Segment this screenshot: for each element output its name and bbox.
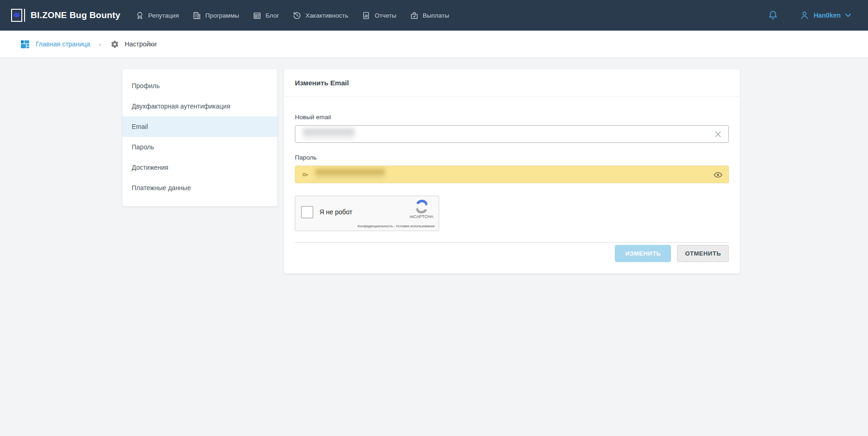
- newspaper-icon: [253, 11, 262, 20]
- chevron-down-icon: [845, 13, 851, 18]
- recaptcha-logo-icon: [408, 199, 434, 214]
- panel-body: Новый email Пароль: [284, 114, 740, 262]
- sidebar-item-payment-data[interactable]: Платежные данные: [122, 178, 277, 198]
- user-icon: [799, 10, 810, 20]
- sidebar-item-email[interactable]: Email: [122, 116, 277, 137]
- nav-label: Хакактивность: [306, 12, 348, 19]
- top-navbar: BI.ZONE Bug Bounty Репутация Програм: [0, 0, 868, 31]
- email-label: Новый email: [295, 114, 729, 121]
- main-menu: Репутация Программы: [135, 11, 449, 20]
- recaptcha-label: Я не робот: [319, 208, 352, 216]
- nav-label: Программы: [205, 12, 239, 19]
- email-input[interactable]: [295, 125, 729, 143]
- history-icon: [293, 11, 301, 20]
- panel-footer: ИЗМЕНИТЬ ОТМЕНИТЬ: [295, 243, 729, 262]
- change-email-panel: Изменить Email Новый email Пароль: [284, 69, 740, 274]
- nav-item-reports[interactable]: Отчеты: [362, 11, 396, 20]
- username: Han0ken: [814, 12, 841, 19]
- sidebar-item-2fa[interactable]: Двухфакторная аутентификация: [122, 96, 277, 116]
- logo-divider: [24, 9, 25, 22]
- redacted-email-value: [303, 128, 355, 140]
- sidebar-item-profile[interactable]: Профиль: [122, 76, 277, 96]
- breadcrumb-separator: ›: [99, 41, 101, 48]
- gear-icon: [110, 40, 119, 49]
- panel-title: Изменить Email: [284, 69, 740, 97]
- nav-label: Выплаты: [423, 12, 449, 19]
- nav-item-blog[interactable]: Блог: [253, 11, 279, 20]
- recaptcha-legal-links[interactable]: Конфиденциальность - Условия использован…: [357, 224, 434, 228]
- report-icon: [362, 11, 370, 20]
- nav-label: Отчеты: [375, 12, 396, 19]
- breadcrumb-current: Настройки: [125, 40, 157, 48]
- recaptcha-checkbox[interactable]: [301, 206, 313, 218]
- home-tiles-icon[interactable]: [21, 40, 29, 48]
- nav-item-hacktivity[interactable]: Хакактивность: [293, 11, 348, 20]
- settings-sidebar: Профиль Двухфакторная аутентификация Ema…: [122, 69, 277, 206]
- clear-icon[interactable]: [714, 130, 722, 139]
- navbar-right: Han0ken: [768, 10, 851, 21]
- sidebar-item-password[interactable]: Пароль: [122, 137, 277, 157]
- redacted-password-value: [315, 169, 385, 180]
- cancel-button[interactable]: ОТМЕНИТЬ: [677, 245, 729, 262]
- recaptcha-brand: reCAPTCHA: [408, 214, 434, 219]
- brand-title: BI.ZONE Bug Bounty: [31, 10, 121, 20]
- password-input[interactable]: [295, 166, 729, 183]
- breadcrumb-home-link[interactable]: Главная страница: [36, 40, 90, 48]
- medal-icon: [135, 11, 144, 20]
- user-menu[interactable]: Han0ken: [799, 10, 851, 20]
- nav-label: Блог: [266, 12, 279, 19]
- recaptcha-widget: Я не робот reCAPTCHA Конфиденциальность …: [295, 196, 439, 231]
- nav-item-payouts[interactable]: Выплаты: [410, 11, 449, 20]
- nav-item-reputation[interactable]: Репутация: [135, 11, 179, 20]
- key-icon: [302, 171, 310, 179]
- building-icon: [192, 11, 201, 20]
- password-label: Пароль: [295, 154, 729, 161]
- nav-item-programs[interactable]: Программы: [192, 11, 239, 20]
- nav-label: Репутация: [148, 12, 179, 19]
- submit-button[interactable]: ИЗМЕНИТЬ: [615, 245, 671, 262]
- bug-logo-icon: [11, 9, 22, 22]
- eye-icon[interactable]: [713, 170, 723, 180]
- payout-icon: [410, 11, 419, 20]
- recaptcha-logo-column: reCAPTCHA: [408, 199, 434, 219]
- sidebar-item-achievements[interactable]: Достижения: [122, 157, 277, 178]
- brand-logo[interactable]: BI.ZONE Bug Bounty: [11, 9, 121, 22]
- bell-icon[interactable]: [768, 10, 778, 21]
- breadcrumb: Главная страница › Настройки: [0, 31, 868, 58]
